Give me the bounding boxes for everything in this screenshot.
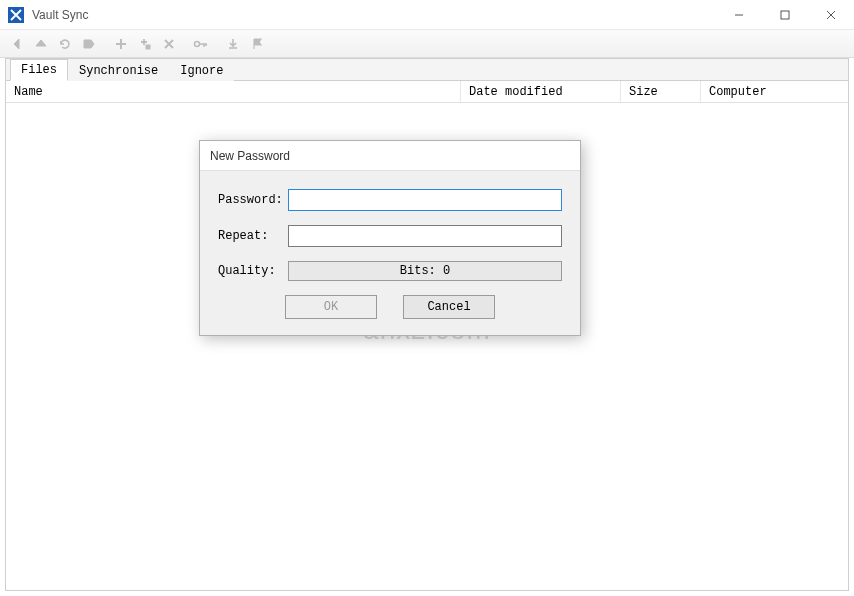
tabstrip: Files Synchronise Ignore bbox=[6, 59, 848, 81]
svg-point-2 bbox=[195, 41, 200, 46]
tab-synchronise[interactable]: Synchronise bbox=[68, 60, 169, 81]
col-computer[interactable]: Computer bbox=[701, 81, 848, 102]
cancel-button[interactable]: Cancel bbox=[403, 295, 495, 319]
delete-icon[interactable] bbox=[158, 33, 180, 55]
password-input[interactable] bbox=[288, 189, 562, 211]
col-size[interactable]: Size bbox=[621, 81, 701, 102]
tab-ignore[interactable]: Ignore bbox=[169, 60, 234, 81]
back-icon[interactable] bbox=[6, 33, 28, 55]
up-icon[interactable] bbox=[30, 33, 52, 55]
quality-label: Quality: bbox=[218, 264, 288, 278]
window-title: Vault Sync bbox=[30, 8, 716, 22]
tab-files[interactable]: Files bbox=[10, 59, 68, 81]
password-label: Password: bbox=[218, 193, 288, 207]
quality-meter: Bits: 0 bbox=[288, 261, 562, 281]
download-icon[interactable] bbox=[222, 33, 244, 55]
minimize-button[interactable] bbox=[716, 0, 762, 29]
close-button[interactable] bbox=[808, 0, 854, 29]
col-name[interactable]: Name bbox=[6, 81, 461, 102]
refresh-icon[interactable] bbox=[54, 33, 76, 55]
add-tag-icon[interactable] bbox=[134, 33, 156, 55]
tag-icon[interactable] bbox=[78, 33, 100, 55]
dialog-title: New Password bbox=[200, 141, 580, 171]
table-header: Name Date modified Size Computer bbox=[6, 81, 848, 103]
quality-text: Bits: 0 bbox=[400, 264, 450, 278]
window-controls bbox=[716, 0, 854, 29]
key-icon[interactable] bbox=[190, 33, 212, 55]
svg-rect-0 bbox=[781, 11, 789, 19]
titlebar: Vault Sync bbox=[0, 0, 854, 30]
app-icon bbox=[8, 7, 24, 23]
col-date[interactable]: Date modified bbox=[461, 81, 621, 102]
toolbar bbox=[0, 30, 854, 58]
flag-icon[interactable] bbox=[246, 33, 268, 55]
new-password-dialog: New Password Password: Repeat: Quality: … bbox=[199, 140, 581, 336]
repeat-input[interactable] bbox=[288, 225, 562, 247]
add-icon[interactable] bbox=[110, 33, 132, 55]
maximize-button[interactable] bbox=[762, 0, 808, 29]
svg-rect-1 bbox=[146, 45, 150, 49]
ok-button[interactable]: OK bbox=[285, 295, 377, 319]
repeat-label: Repeat: bbox=[218, 229, 288, 243]
